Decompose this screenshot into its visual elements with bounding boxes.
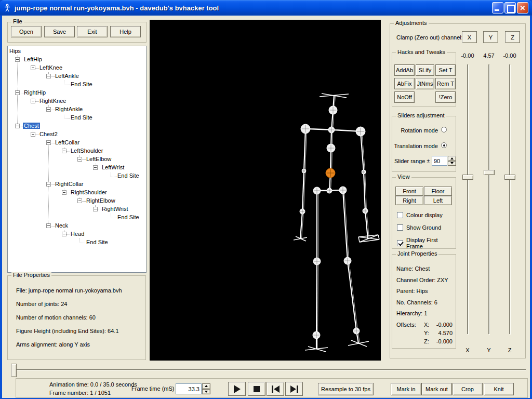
tree-item-leftankle[interactable]: LeftAnkle bbox=[8, 72, 146, 81]
zero-button[interactable]: !Zero bbox=[435, 91, 456, 103]
go-to-end-button[interactable] bbox=[285, 382, 303, 396]
remt-button[interactable]: Rem T bbox=[435, 78, 456, 89]
slider-x-thumb[interactable] bbox=[462, 175, 473, 180]
tree-item-leftshoulder[interactable]: LeftShoulder bbox=[8, 147, 146, 155]
tree-collapse-icon[interactable] bbox=[15, 90, 20, 95]
clamp-x-button[interactable]: X bbox=[462, 31, 477, 43]
tree-collapse-icon[interactable] bbox=[77, 198, 82, 203]
tree-collapse-icon[interactable] bbox=[93, 207, 98, 211]
jtnms-button[interactable]: JtNms bbox=[416, 78, 434, 89]
view-left-button[interactable]: Left bbox=[424, 196, 452, 205]
frame-time-input[interactable] bbox=[176, 383, 202, 394]
frame-time-down-icon[interactable] bbox=[202, 389, 210, 395]
slider-range-down-icon[interactable] bbox=[448, 161, 456, 166]
tree-collapse-icon[interactable] bbox=[62, 190, 66, 195]
tree-item-end-site[interactable]: End Site bbox=[8, 114, 146, 122]
tree-item-end-site[interactable]: End Site bbox=[8, 214, 146, 222]
slider-z-thumb[interactable] bbox=[504, 175, 515, 180]
slider-y-track[interactable] bbox=[488, 64, 489, 334]
tree-item-head[interactable]: Head bbox=[8, 230, 146, 238]
joint-tree[interactable]: HipsLeftHipLeftKneeLeftAnkleEnd SiteRigh… bbox=[7, 46, 147, 273]
tree-item-end-site[interactable]: End Site bbox=[8, 172, 146, 180]
go-to-start-button[interactable] bbox=[267, 382, 284, 396]
tree-item-rightshoulder[interactable]: RightShoulder bbox=[8, 189, 146, 197]
stop-button[interactable] bbox=[248, 382, 265, 396]
timeline-thumb[interactable] bbox=[11, 364, 17, 377]
open-button[interactable]: Open bbox=[11, 26, 42, 37]
tree-item-rightwrist[interactable]: RightWrist bbox=[8, 205, 146, 214]
tree-collapse-icon[interactable] bbox=[46, 107, 51, 112]
titlebar[interactable]: jump-rope normal run-yokoyama.bvh - dave… bbox=[0, 0, 532, 16]
tree-collapse-icon[interactable] bbox=[31, 65, 35, 70]
help-button[interactable]: Help bbox=[110, 26, 141, 37]
timeline-track[interactable] bbox=[15, 369, 526, 370]
tree-item-leftcollar[interactable]: LeftCollar bbox=[8, 139, 146, 147]
maximize-button[interactable] bbox=[504, 2, 516, 14]
slider-range-input[interactable] bbox=[432, 156, 447, 166]
play-button[interactable] bbox=[228, 382, 246, 396]
tree-item-rightankle[interactable]: RightAnkle bbox=[8, 105, 146, 114]
tree-collapse-icon[interactable] bbox=[46, 74, 51, 78]
show-ground-checkbox[interactable] bbox=[397, 224, 403, 231]
tree-collapse-icon[interactable] bbox=[46, 223, 51, 228]
tree-item-leftelbow[interactable]: LeftElbow bbox=[8, 155, 146, 164]
tree-item-neck[interactable]: Neck bbox=[8, 222, 146, 230]
abfix-button[interactable]: AbFix bbox=[394, 78, 415, 89]
tree-item-rightknee[interactable]: RightKnee bbox=[8, 97, 146, 105]
close-button[interactable]: ✕ bbox=[517, 2, 528, 14]
colour-display-row[interactable]: Colour display bbox=[397, 212, 443, 218]
tree-collapse-icon[interactable] bbox=[46, 182, 51, 187]
mark-in-button[interactable]: Mark in bbox=[391, 383, 421, 395]
tree-item-lefthip[interactable]: LeftHip bbox=[8, 56, 146, 64]
tree-item-rightcollar[interactable]: RightCollar bbox=[8, 180, 146, 189]
slider-x-track[interactable] bbox=[467, 64, 468, 334]
tree-collapse-icon[interactable] bbox=[15, 124, 20, 128]
tree-item-leftwrist[interactable]: LeftWrist bbox=[8, 164, 146, 172]
tree-item-end-site[interactable]: End Site bbox=[8, 238, 146, 247]
tree-item-leftknee[interactable]: LeftKnee bbox=[8, 64, 146, 72]
tree-collapse-icon[interactable] bbox=[15, 57, 20, 62]
tree-item-hips[interactable]: Hips bbox=[8, 47, 146, 56]
tree-collapse-icon[interactable] bbox=[93, 165, 98, 170]
tree-collapse-icon[interactable] bbox=[31, 132, 35, 137]
rotation-mode-radio[interactable] bbox=[441, 127, 447, 132]
slify-button[interactable]: SLify bbox=[416, 64, 434, 76]
translation-mode-radio[interactable] bbox=[441, 142, 447, 148]
tree-collapse-icon[interactable] bbox=[31, 99, 35, 103]
view-floor-button[interactable]: Floor bbox=[424, 187, 452, 196]
slider-z-track[interactable] bbox=[509, 64, 510, 334]
tree-item-end-site[interactable]: End Site bbox=[8, 81, 146, 89]
tree-collapse-icon[interactable] bbox=[62, 149, 66, 153]
translation-mode-label: Translation mode bbox=[392, 143, 438, 149]
crop-button[interactable]: Crop bbox=[453, 383, 483, 395]
sett-button[interactable]: Set T bbox=[435, 64, 456, 76]
slider-y-thumb[interactable] bbox=[484, 170, 495, 175]
nooff-button[interactable]: NoOff bbox=[394, 91, 415, 103]
tree-item-chest[interactable]: Chest bbox=[8, 122, 146, 130]
tree-collapse-icon[interactable] bbox=[62, 232, 66, 236]
colour-display-checkbox[interactable] bbox=[397, 212, 403, 218]
mark-out-button[interactable]: Mark out bbox=[421, 383, 452, 395]
exit-button[interactable]: Exit bbox=[77, 26, 108, 37]
addab-button[interactable]: AddAb bbox=[394, 64, 415, 76]
clamp-y-button[interactable]: Y bbox=[483, 31, 498, 43]
save-button[interactable]: Save bbox=[44, 26, 75, 37]
frame-time-up-icon[interactable] bbox=[202, 383, 210, 389]
display-first-frame-row[interactable]: Display First Frame bbox=[397, 237, 456, 249]
tree-collapse-icon[interactable] bbox=[77, 157, 82, 162]
viewport-canvas[interactable] bbox=[150, 20, 381, 361]
tree-item-righthip[interactable]: RightHip bbox=[8, 89, 146, 97]
tree-collapse-icon[interactable] bbox=[46, 140, 51, 145]
view-right-button[interactable]: Right bbox=[395, 196, 423, 205]
display-first-frame-checkbox[interactable] bbox=[397, 240, 403, 246]
minimize-button[interactable] bbox=[492, 2, 503, 14]
clamp-z-button[interactable]: Z bbox=[505, 31, 520, 43]
slider-range-up-icon[interactable] bbox=[448, 156, 456, 161]
resample-button[interactable]: Resample to 30 fps bbox=[318, 383, 374, 395]
tree-item-chest2[interactable]: Chest2 bbox=[8, 130, 146, 139]
knit-button[interactable]: Knit bbox=[484, 383, 514, 395]
joint-offset-y-axis: Y: bbox=[424, 330, 429, 336]
tree-item-rightelbow[interactable]: RightElbow bbox=[8, 197, 146, 205]
show-ground-row[interactable]: Show Ground bbox=[397, 224, 441, 231]
view-front-button[interactable]: Front bbox=[395, 187, 423, 196]
